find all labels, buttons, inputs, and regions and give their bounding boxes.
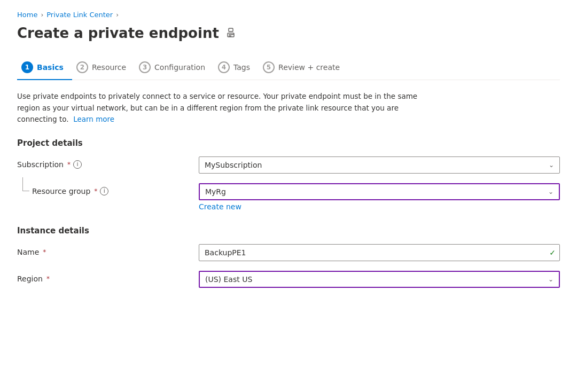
subscription-info-icon[interactable]: i [73,160,82,169]
name-label: Name [17,248,39,256]
resource-group-control-col: MyRg ⌄ Create new [199,183,560,211]
step-label-tags: Tags [233,63,250,72]
print-icon[interactable] [225,27,236,40]
resource-group-indent: Resource group * i [17,187,108,195]
svg-rect-1 [229,28,233,32]
step-basics[interactable]: 1 Basics [17,56,72,80]
resource-group-dropdown-arrow: ⌄ [548,188,553,195]
create-new-link[interactable]: Create new [199,202,241,211]
resource-group-info-icon[interactable]: i [100,187,108,195]
project-details-section: Project details Subscription * i MySubsc… [17,138,560,211]
breadcrumb: Home › Private Link Center › [17,11,560,19]
name-input-wrapper: ✓ [199,244,560,261]
subscription-dropdown[interactable]: MySubscription ⌄ [199,156,560,174]
region-label: Region [17,275,43,283]
region-dropdown[interactable]: (US) East US ⌄ [199,271,560,288]
region-value: (US) East US [205,275,252,284]
name-row: Name * ✓ [17,244,560,261]
project-details-header: Project details [17,138,560,148]
subscription-row: Subscription * i MySubscription ⌄ [17,156,560,174]
breadcrumb-sep-2: › [116,11,119,19]
page-title-row: Create a private endpoint [17,25,560,41]
name-checkmark-icon: ✓ [549,248,556,257]
svg-point-4 [232,34,233,35]
svg-rect-2 [229,34,233,35]
resource-group-value: MyRg [205,187,226,196]
step-circle-4: 4 [218,61,230,73]
resource-group-dropdown[interactable]: MyRg ⌄ [199,183,560,200]
breadcrumb-home[interactable]: Home [17,11,37,19]
resource-group-required: * [94,187,97,195]
name-input[interactable] [199,244,560,261]
step-circle-5: 5 [263,61,275,73]
step-label-basics: Basics [37,63,64,72]
subscription-label: Subscription [17,160,64,169]
step-label-resource: Resource [92,63,126,72]
step-circle-3: 3 [139,61,151,73]
breadcrumb-sep-1: › [41,11,43,19]
step-label-configuration: Configuration [154,63,205,72]
step-resource[interactable]: 2 Resource [72,56,135,80]
description-text: Use private endpoints to privately conne… [17,91,423,126]
instance-details-header: Instance details [17,226,560,236]
resource-group-row: Resource group * i MyRg ⌄ Create new [17,183,560,211]
subscription-label-col: Subscription * i [17,156,199,169]
step-configuration[interactable]: 3 Configuration [135,56,214,80]
region-dropdown-arrow: ⌄ [548,276,553,283]
subscription-control-col: MySubscription ⌄ [199,156,560,174]
subscription-dropdown-arrow: ⌄ [549,161,554,169]
step-review-create[interactable]: 5 Review + create [259,56,348,80]
region-control-col: (US) East US ⌄ [199,271,560,288]
name-label-col: Name * [17,244,199,256]
step-tags[interactable]: 4 Tags [214,56,259,80]
wizard-steps: 1 Basics 2 Resource 3 Configuration 4 Ta… [17,56,560,80]
resource-group-label-col: Resource group * i [17,183,199,195]
learn-more-link[interactable]: Learn more [73,115,114,123]
subscription-required: * [67,161,71,168]
name-control-col: ✓ [199,244,560,261]
step-label-review-create: Review + create [278,63,340,72]
name-required: * [43,248,46,256]
subscription-value: MySubscription [205,161,262,169]
step-circle-1: 1 [21,61,33,73]
page-title: Create a private endpoint [17,25,219,41]
region-required: * [46,275,50,283]
resource-group-label: Resource group [32,187,90,195]
region-label-col: Region * [17,271,199,283]
breadcrumb-private-link[interactable]: Private Link Center [46,11,113,19]
region-row: Region * (US) East US ⌄ [17,271,560,288]
svg-rect-3 [229,36,231,37]
instance-details-section: Instance details Name * ✓ Region * (US) … [17,226,560,288]
step-circle-2: 2 [76,61,88,73]
